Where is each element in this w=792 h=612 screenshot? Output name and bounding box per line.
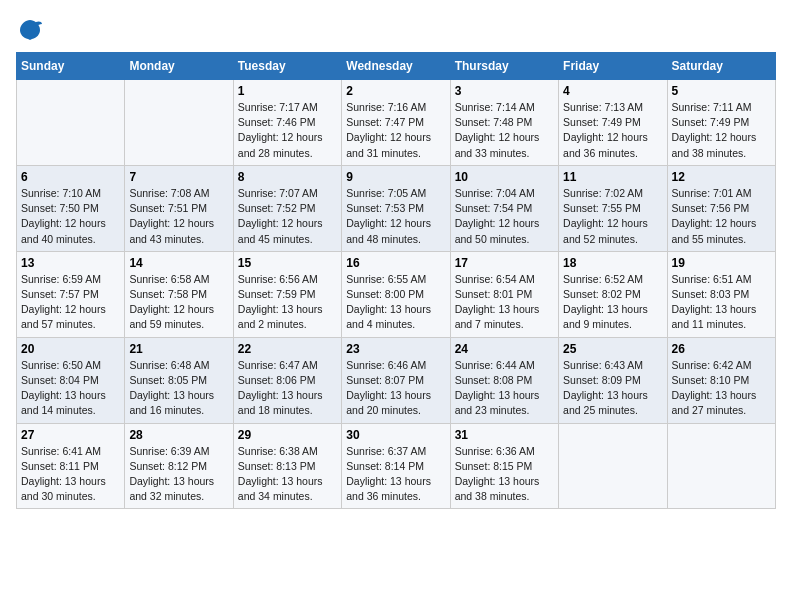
logo-bird-icon bbox=[16, 16, 44, 44]
calendar-week-row: 6Sunrise: 7:10 AM Sunset: 7:50 PM Daylig… bbox=[17, 165, 776, 251]
day-detail: Sunrise: 7:05 AM Sunset: 7:53 PM Dayligh… bbox=[346, 186, 445, 247]
day-detail: Sunrise: 6:51 AM Sunset: 8:03 PM Dayligh… bbox=[672, 272, 771, 333]
calendar-cell: 15Sunrise: 6:56 AM Sunset: 7:59 PM Dayli… bbox=[233, 251, 341, 337]
day-number: 21 bbox=[129, 342, 228, 356]
calendar-cell bbox=[667, 423, 775, 509]
day-detail: Sunrise: 7:07 AM Sunset: 7:52 PM Dayligh… bbox=[238, 186, 337, 247]
day-number: 19 bbox=[672, 256, 771, 270]
day-number: 9 bbox=[346, 170, 445, 184]
day-number: 5 bbox=[672, 84, 771, 98]
calendar-cell: 20Sunrise: 6:50 AM Sunset: 8:04 PM Dayli… bbox=[17, 337, 125, 423]
day-detail: Sunrise: 6:36 AM Sunset: 8:15 PM Dayligh… bbox=[455, 444, 554, 505]
day-detail: Sunrise: 6:58 AM Sunset: 7:58 PM Dayligh… bbox=[129, 272, 228, 333]
day-detail: Sunrise: 6:41 AM Sunset: 8:11 PM Dayligh… bbox=[21, 444, 120, 505]
day-number: 23 bbox=[346, 342, 445, 356]
calendar-cell: 7Sunrise: 7:08 AM Sunset: 7:51 PM Daylig… bbox=[125, 165, 233, 251]
day-detail: Sunrise: 7:01 AM Sunset: 7:56 PM Dayligh… bbox=[672, 186, 771, 247]
page-header bbox=[16, 16, 776, 44]
day-number: 10 bbox=[455, 170, 554, 184]
day-detail: Sunrise: 6:44 AM Sunset: 8:08 PM Dayligh… bbox=[455, 358, 554, 419]
calendar-cell: 13Sunrise: 6:59 AM Sunset: 7:57 PM Dayli… bbox=[17, 251, 125, 337]
day-number: 6 bbox=[21, 170, 120, 184]
day-detail: Sunrise: 6:50 AM Sunset: 8:04 PM Dayligh… bbox=[21, 358, 120, 419]
calendar-cell: 9Sunrise: 7:05 AM Sunset: 7:53 PM Daylig… bbox=[342, 165, 450, 251]
calendar-cell: 11Sunrise: 7:02 AM Sunset: 7:55 PM Dayli… bbox=[559, 165, 667, 251]
calendar-cell: 24Sunrise: 6:44 AM Sunset: 8:08 PM Dayli… bbox=[450, 337, 558, 423]
day-number: 22 bbox=[238, 342, 337, 356]
day-number: 18 bbox=[563, 256, 662, 270]
calendar-cell: 10Sunrise: 7:04 AM Sunset: 7:54 PM Dayli… bbox=[450, 165, 558, 251]
day-number: 16 bbox=[346, 256, 445, 270]
calendar-week-row: 13Sunrise: 6:59 AM Sunset: 7:57 PM Dayli… bbox=[17, 251, 776, 337]
calendar-cell: 27Sunrise: 6:41 AM Sunset: 8:11 PM Dayli… bbox=[17, 423, 125, 509]
calendar-cell: 1Sunrise: 7:17 AM Sunset: 7:46 PM Daylig… bbox=[233, 80, 341, 166]
day-detail: Sunrise: 7:14 AM Sunset: 7:48 PM Dayligh… bbox=[455, 100, 554, 161]
calendar-cell: 31Sunrise: 6:36 AM Sunset: 8:15 PM Dayli… bbox=[450, 423, 558, 509]
day-number: 25 bbox=[563, 342, 662, 356]
calendar-cell: 28Sunrise: 6:39 AM Sunset: 8:12 PM Dayli… bbox=[125, 423, 233, 509]
day-number: 2 bbox=[346, 84, 445, 98]
day-detail: Sunrise: 6:39 AM Sunset: 8:12 PM Dayligh… bbox=[129, 444, 228, 505]
calendar-table: SundayMondayTuesdayWednesdayThursdayFrid… bbox=[16, 52, 776, 509]
calendar-cell: 5Sunrise: 7:11 AM Sunset: 7:49 PM Daylig… bbox=[667, 80, 775, 166]
calendar-cell: 17Sunrise: 6:54 AM Sunset: 8:01 PM Dayli… bbox=[450, 251, 558, 337]
weekday-header: Monday bbox=[125, 53, 233, 80]
day-detail: Sunrise: 7:08 AM Sunset: 7:51 PM Dayligh… bbox=[129, 186, 228, 247]
day-detail: Sunrise: 6:56 AM Sunset: 7:59 PM Dayligh… bbox=[238, 272, 337, 333]
day-number: 7 bbox=[129, 170, 228, 184]
day-number: 27 bbox=[21, 428, 120, 442]
logo bbox=[16, 16, 48, 44]
day-number: 20 bbox=[21, 342, 120, 356]
day-detail: Sunrise: 6:42 AM Sunset: 8:10 PM Dayligh… bbox=[672, 358, 771, 419]
day-detail: Sunrise: 6:47 AM Sunset: 8:06 PM Dayligh… bbox=[238, 358, 337, 419]
calendar-cell: 29Sunrise: 6:38 AM Sunset: 8:13 PM Dayli… bbox=[233, 423, 341, 509]
day-detail: Sunrise: 6:43 AM Sunset: 8:09 PM Dayligh… bbox=[563, 358, 662, 419]
weekday-header: Thursday bbox=[450, 53, 558, 80]
calendar-cell: 25Sunrise: 6:43 AM Sunset: 8:09 PM Dayli… bbox=[559, 337, 667, 423]
day-detail: Sunrise: 6:54 AM Sunset: 8:01 PM Dayligh… bbox=[455, 272, 554, 333]
day-detail: Sunrise: 7:13 AM Sunset: 7:49 PM Dayligh… bbox=[563, 100, 662, 161]
day-number: 17 bbox=[455, 256, 554, 270]
day-number: 28 bbox=[129, 428, 228, 442]
calendar-week-row: 20Sunrise: 6:50 AM Sunset: 8:04 PM Dayli… bbox=[17, 337, 776, 423]
calendar-cell bbox=[125, 80, 233, 166]
day-number: 24 bbox=[455, 342, 554, 356]
day-number: 26 bbox=[672, 342, 771, 356]
day-detail: Sunrise: 6:59 AM Sunset: 7:57 PM Dayligh… bbox=[21, 272, 120, 333]
calendar-cell bbox=[559, 423, 667, 509]
calendar-cell: 22Sunrise: 6:47 AM Sunset: 8:06 PM Dayli… bbox=[233, 337, 341, 423]
day-number: 11 bbox=[563, 170, 662, 184]
day-detail: Sunrise: 6:46 AM Sunset: 8:07 PM Dayligh… bbox=[346, 358, 445, 419]
weekday-header: Friday bbox=[559, 53, 667, 80]
calendar-cell: 8Sunrise: 7:07 AM Sunset: 7:52 PM Daylig… bbox=[233, 165, 341, 251]
day-number: 31 bbox=[455, 428, 554, 442]
calendar-cell: 14Sunrise: 6:58 AM Sunset: 7:58 PM Dayli… bbox=[125, 251, 233, 337]
day-number: 14 bbox=[129, 256, 228, 270]
calendar-cell: 4Sunrise: 7:13 AM Sunset: 7:49 PM Daylig… bbox=[559, 80, 667, 166]
weekday-header: Wednesday bbox=[342, 53, 450, 80]
calendar-week-row: 1Sunrise: 7:17 AM Sunset: 7:46 PM Daylig… bbox=[17, 80, 776, 166]
day-number: 8 bbox=[238, 170, 337, 184]
day-detail: Sunrise: 7:11 AM Sunset: 7:49 PM Dayligh… bbox=[672, 100, 771, 161]
day-detail: Sunrise: 7:10 AM Sunset: 7:50 PM Dayligh… bbox=[21, 186, 120, 247]
calendar-cell: 2Sunrise: 7:16 AM Sunset: 7:47 PM Daylig… bbox=[342, 80, 450, 166]
calendar-cell: 18Sunrise: 6:52 AM Sunset: 8:02 PM Dayli… bbox=[559, 251, 667, 337]
day-number: 15 bbox=[238, 256, 337, 270]
day-detail: Sunrise: 6:38 AM Sunset: 8:13 PM Dayligh… bbox=[238, 444, 337, 505]
calendar-cell: 16Sunrise: 6:55 AM Sunset: 8:00 PM Dayli… bbox=[342, 251, 450, 337]
calendar-cell: 30Sunrise: 6:37 AM Sunset: 8:14 PM Dayli… bbox=[342, 423, 450, 509]
weekday-header: Saturday bbox=[667, 53, 775, 80]
day-detail: Sunrise: 7:16 AM Sunset: 7:47 PM Dayligh… bbox=[346, 100, 445, 161]
calendar-cell: 26Sunrise: 6:42 AM Sunset: 8:10 PM Dayli… bbox=[667, 337, 775, 423]
day-detail: Sunrise: 6:37 AM Sunset: 8:14 PM Dayligh… bbox=[346, 444, 445, 505]
calendar-week-row: 27Sunrise: 6:41 AM Sunset: 8:11 PM Dayli… bbox=[17, 423, 776, 509]
calendar-cell: 6Sunrise: 7:10 AM Sunset: 7:50 PM Daylig… bbox=[17, 165, 125, 251]
day-number: 30 bbox=[346, 428, 445, 442]
day-number: 13 bbox=[21, 256, 120, 270]
day-number: 12 bbox=[672, 170, 771, 184]
day-number: 4 bbox=[563, 84, 662, 98]
calendar-header-row: SundayMondayTuesdayWednesdayThursdayFrid… bbox=[17, 53, 776, 80]
calendar-cell: 3Sunrise: 7:14 AM Sunset: 7:48 PM Daylig… bbox=[450, 80, 558, 166]
calendar-cell: 23Sunrise: 6:46 AM Sunset: 8:07 PM Dayli… bbox=[342, 337, 450, 423]
day-detail: Sunrise: 6:48 AM Sunset: 8:05 PM Dayligh… bbox=[129, 358, 228, 419]
